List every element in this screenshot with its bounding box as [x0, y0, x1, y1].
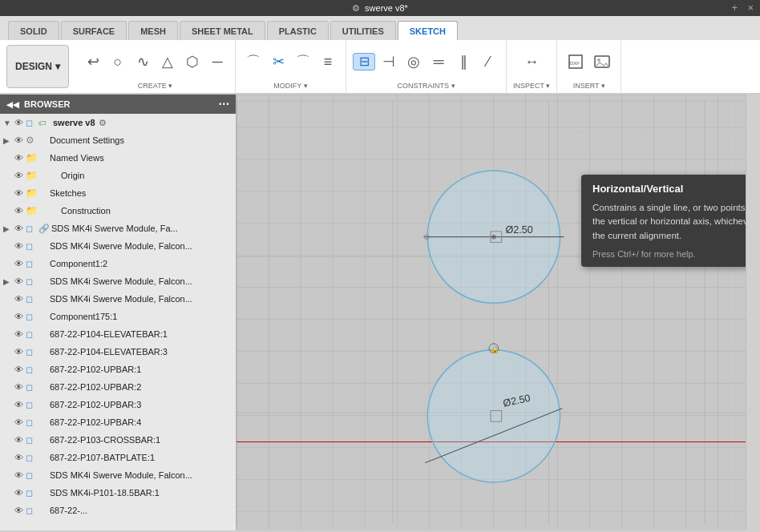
modify-label[interactable]: MODIFY ▾	[273, 80, 307, 90]
tree-item-batplate[interactable]: ▶👁◻687-22-P107-BATPLATE:1	[0, 449, 236, 466]
insert-label[interactable]: INSERT ▾	[573, 80, 605, 90]
tree-item-comp175[interactable]: ▶👁◻Component175:1	[0, 308, 236, 325]
sketch-canvas[interactable]: Ø2.50 🔒 Ø2.50	[236, 95, 746, 530]
modify-mirror-btn[interactable]: ≡	[317, 53, 339, 71]
tree-item-construction[interactable]: ▶ 👁 📁 Construction	[0, 202, 236, 220]
create-group: ↩ ○ ∿ △ ⬡ ─ CREATE ▾	[75, 40, 236, 93]
modify-offset-btn[interactable]: ⌒	[292, 53, 314, 71]
eye-icon[interactable]: 👁	[14, 382, 26, 392]
eye-icon[interactable]: 👁	[14, 400, 26, 409]
close-btn[interactable]: ×	[747, 2, 754, 14]
insert-image-btn[interactable]	[590, 51, 614, 72]
tree-item-sds1[interactable]: ▶ 👁 ◻ 🔗 SDS MK4i Swerve Module, Fa...	[0, 220, 236, 237]
tree-item-upbar3[interactable]: ▶👁◻687-22-P102-UPBAR:3	[0, 396, 236, 413]
create-triangle-btn[interactable]: △	[156, 53, 179, 71]
tree-item-label: 687-22-P102-UPBAR:3	[50, 400, 141, 409]
tree-item-label: SDS MK4i Swerve Module, Fa...	[51, 224, 178, 233]
tree-item-sds5[interactable]: ▶👁◻SDS MK4i Swerve Module, Falcon...	[0, 466, 236, 484]
tree-item-sds2[interactable]: ▶👁◻SDS MK4i Swerve Module, Falcon...	[0, 237, 236, 255]
tree-item-sketches[interactable]: ▶ 👁 📁 Sketches	[0, 184, 236, 202]
eye-icon[interactable]: 👁	[14, 259, 26, 268]
tree-item-label: 687-22-P104-ELEVATEBAR:3	[50, 347, 168, 357]
design-label: DESIGN	[15, 61, 52, 72]
new-tab-btn[interactable]: +	[731, 2, 738, 14]
canvas[interactable]: Ø2.50 🔒 Ø2.50 Horizontal/Vertical Constr…	[236, 95, 746, 530]
tree-item-elev1[interactable]: ▶👁◻687-22-P104-ELEVATEBAR:1	[0, 325, 236, 343]
constraint-concentric-btn[interactable]: ◎	[402, 53, 425, 71]
eye-icon[interactable]: 👁	[14, 276, 26, 286]
design-dropdown[interactable]: DESIGN ▾	[6, 45, 69, 88]
eye-icon[interactable]: 👁	[14, 118, 26, 127]
eye-icon[interactable]: 👁	[14, 188, 26, 198]
eye-icon[interactable]: 👁	[14, 435, 26, 445]
constraint-horiz-btn[interactable]: ⊟	[353, 53, 375, 71]
tree-item-upbar4[interactable]: ▶👁◻687-22-P102-UPBAR:4	[0, 413, 236, 431]
constraints-label[interactable]: CONSTRAINTS ▾	[398, 80, 455, 90]
tree-item-label: 687-22-P104-ELEVATEBAR:1	[50, 329, 168, 339]
sidebar-collapse-btn[interactable]: ◀◀	[6, 100, 19, 109]
tab-sheetmetal[interactable]: SHEET METAL	[180, 21, 265, 40]
modify-trim-btn[interactable]: ✂	[267, 53, 289, 71]
eye-icon[interactable]: 👁	[14, 153, 26, 163]
tree-item-comp1[interactable]: ▶👁◻Component1:2	[0, 255, 236, 272]
constraint-perp-btn[interactable]: ⊣	[378, 53, 400, 71]
tree-item-more[interactable]: ▶👁◻687-22-...	[0, 502, 236, 519]
tree-item-named-views[interactable]: ▶ 👁 📁 Named Views	[0, 149, 236, 167]
tab-surface[interactable]: SURFACE	[61, 21, 127, 40]
modify-fillet-btn[interactable]: ⌒	[242, 53, 265, 71]
app-title: swerve v8*	[365, 3, 408, 13]
eye-icon[interactable]: 👁	[14, 470, 26, 480]
eye-icon[interactable]: 👁	[14, 171, 26, 180]
tab-utilities[interactable]: UTILITIES	[330, 21, 396, 40]
create-undo-btn[interactable]: ↩	[82, 53, 104, 71]
sidebar-menu-btn[interactable]: ⋯	[218, 98, 229, 111]
insert-dxf-btn[interactable]: DXF	[564, 51, 588, 72]
tab-solid[interactable]: SOLID	[8, 21, 59, 40]
eye-icon[interactable]: 👁	[14, 365, 26, 374]
eye-icon[interactable]: 👁	[14, 224, 26, 233]
tree-item-crossbar[interactable]: ▶👁◻687-22-P103-CROSSBAR:1	[0, 431, 236, 449]
tree-item-elev3[interactable]: ▶👁◻687-22-P104-ELEVATEBAR:3	[0, 343, 236, 361]
create-label[interactable]: CREATE ▾	[138, 80, 172, 90]
tree-item-upbar1[interactable]: ▶👁◻687-22-P102-UPBAR:1	[0, 361, 236, 378]
constraint-tangent-btn[interactable]: ∕	[477, 53, 499, 71]
sidebar: ◀◀ BROWSER ⋯ ▼ 👁 ◻ 🏷 swerve v8 ⚙ ▶ 👁 ⚙ D…	[0, 95, 236, 530]
eye-icon[interactable]: 👁	[14, 135, 26, 145]
tab-mesh[interactable]: MESH	[128, 21, 178, 40]
create-line-btn[interactable]: ─	[206, 53, 228, 71]
eye-icon[interactable]: 👁	[14, 506, 26, 515]
create-polygon-btn[interactable]: ⬡	[181, 53, 204, 71]
context-icon[interactable]: ⚙	[99, 118, 107, 128]
tree-item-sds3[interactable]: ▶👁◻SDS MK4i Swerve Module, Falcon...	[0, 272, 236, 290]
tree-item-origin[interactable]: ▶ 👁 📁 Origin	[0, 167, 236, 184]
eye-icon[interactable]: 👁	[14, 241, 26, 251]
tab-sketch[interactable]: SKETCH	[398, 21, 458, 40]
create-spline-btn[interactable]: ∿	[131, 53, 154, 71]
eye-icon[interactable]: 👁	[14, 329, 26, 339]
eye-icon[interactable]: 👁	[14, 488, 26, 498]
inspect-measure-btn[interactable]: ↔	[520, 53, 543, 71]
eye-icon[interactable]: 👁	[14, 294, 26, 304]
tree-item-upbar2[interactable]: ▶👁◻687-22-P102-UPBAR:2	[0, 378, 236, 396]
body-icon: ◻	[26, 488, 38, 498]
tree-item-p101[interactable]: ▶👁◻SDS MK4i-P101-18.5BAR:1	[0, 484, 236, 502]
eye-icon[interactable]: 👁	[14, 312, 26, 321]
eye-icon[interactable]: 👁	[14, 206, 26, 216]
body-icon: ◻	[26, 470, 38, 481]
tree-item-sds4[interactable]: ▶👁◻SDS MK4i Swerve Module, Falcon...	[0, 290, 236, 308]
tag-icon: 🏷	[38, 119, 51, 127]
create-circle-btn[interactable]: ○	[107, 53, 129, 71]
eye-icon[interactable]: 👁	[14, 453, 26, 462]
constraint-parallel-btn[interactable]: ∥	[452, 53, 475, 71]
tab-plastic[interactable]: PLASTIC	[267, 21, 329, 40]
eye-icon[interactable]: 👁	[14, 347, 26, 357]
constraint-equal-btn[interactable]: ═	[427, 53, 450, 71]
tree-item-doc-settings[interactable]: ▶ 👁 ⚙ Document Settings	[0, 131, 236, 149]
tree-item-label: 687-22-...	[50, 506, 87, 515]
inspect-label[interactable]: INSPECT ▾	[513, 80, 550, 90]
tree-item-root[interactable]: ▼ 👁 ◻ 🏷 swerve v8 ⚙	[0, 114, 236, 131]
eye-icon[interactable]: 👁	[14, 417, 26, 427]
arrow-icon: ▶	[3, 136, 14, 145]
arrow-icon: ▶	[3, 224, 14, 233]
circle-2[interactable]	[427, 350, 560, 482]
